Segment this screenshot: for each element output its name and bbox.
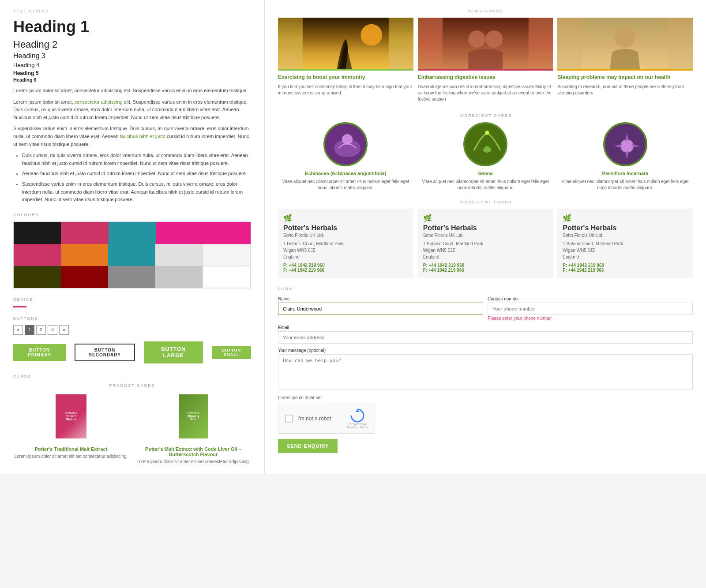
product-card-2-desc: Lorem ipsum dolor sit amet elit set cons… [135,459,251,465]
link-consectetur[interactable]: consectetur adipiscing [75,99,123,105]
ingredient-name-3: Passiflora Incarnata [557,171,693,176]
news-card-1-desc: If you find yourself constantly falling … [278,84,413,96]
email-input[interactable] [278,331,693,344]
product-card-1-img: Potter'sCatarrhMixture [53,394,89,443]
next-page-button[interactable]: » [59,325,69,335]
form-note: Lorem ipsum dolar set [278,395,693,400]
svg-point-1 [361,24,382,46]
contact-sub-2: Soho Flordis UK Ltd. [423,233,548,238]
colours-label: COLOURS [13,213,251,217]
contact-sub-3: Soho Flordis UK Ltd. [563,233,687,238]
contact-error-msg: Please enter your phone number [488,316,693,321]
contact-brand-2: Potter's Herbals [423,224,548,232]
news-card-2-title: Embarrassing digestive issues [418,74,553,81]
recaptcha-checkbox[interactable] [285,415,293,423]
news-image-svg-2 [418,18,553,69]
email-label: Email [278,325,693,330]
buttons-section: BUTTONS « 1 2 3 » BUTTON PRIMARY BUTTON … [13,316,251,363]
large-button[interactable]: BUTTON LARGE [144,341,203,363]
small-button[interactable]: BUTTON SMALL [212,346,251,359]
recaptcha-icon [350,408,364,423]
bullet-item-1: Duis cursus, mi quis viverra ornare, ero… [22,152,251,167]
recaptcha-box[interactable]: I'm not a robot reCAPTCHAPrivacy · Terms [278,404,375,434]
news-card-2-desc: Overindulgence can result in embarrassin… [418,84,553,102]
svg-point-13 [620,139,634,153]
colour-row-3 [14,266,251,288]
heading2: Heading 2 [13,39,251,50]
contact-fax-3: F: +44 1942 219 966 [563,268,687,273]
link-faucibus[interactable]: faucibus nibh et justo [120,134,165,139]
primary-button[interactable]: BUTTON PRIMARY [13,344,66,361]
ingredient-circle-3 [603,122,647,166]
news-card-2[interactable]: Embarrassing digestive issues Overindulg… [418,18,553,102]
recaptcha-brand: reCAPTCHAPrivacy · Terms [347,423,368,429]
svg-point-9 [342,134,353,145]
swatch-dark-red [61,266,108,288]
message-label: Your message (optional) [278,348,693,353]
product-cards-grid: Potter'sCatarrhMixture Potter's Traditio… [13,394,251,465]
contact-card-3: 🌿 Potter's Herbals Soho Flordis UK Ltd. … [557,209,693,278]
button-row: BUTTON PRIMARY BUTTON SECONDARY BUTTON L… [13,341,251,363]
contact-field-wrapper: Contact number Please enter your phone n… [488,296,693,321]
page-1-button[interactable]: 1 [25,325,34,335]
body-text-2: Lorem ipsum dolor sit amet, consectetur … [13,98,251,122]
name-input[interactable] [278,303,483,315]
news-grid: Exercising to boost your immunity If you… [278,18,693,102]
ingredient-circle-2 [463,122,507,166]
ingredient-desc-3: Vitae aliquet nec ullamcorper sit amet r… [557,179,693,191]
secondary-button[interactable]: BUTTON SECONDARY [75,344,135,361]
device-section: DEVICE [13,297,251,307]
form-name-contact-row: Name Contact number Please enter your ph… [278,296,693,321]
swatch-magenta [156,222,203,244]
swatch-dark-green [14,266,61,288]
contact-input[interactable] [488,303,693,315]
send-enquiry-button[interactable]: SEND ENQUIRY [278,439,338,453]
swatch-crimson [14,244,61,266]
news-card-3-desc: According to research, one out of three … [557,84,693,96]
svg-point-10 [465,124,507,166]
product-card-1-desc: Lorem ipsum dolor sit amet elit set cons… [13,453,129,460]
page-2-button[interactable]: 2 [36,325,46,335]
page-3-button[interactable]: 3 [48,325,57,335]
swatch-black [14,222,61,244]
left-panel: TEXT STYLES Heading 1 Heading 2 Heading … [0,0,265,474]
email-field-wrapper: Email [278,325,693,344]
contact-addr-1: 1 Botanic Court, Martland Park Wigan WN5… [283,240,408,260]
swatch-hot-pink [203,222,251,244]
heading1: Heading 1 [13,18,251,36]
swatch-near-white [203,244,251,266]
news-cards-label: NEWS CARDS [278,9,693,13]
heading4: Heading 4 [13,62,251,68]
news-card-3[interactable]: Sleeping problems may impact on our heal… [557,18,693,102]
ingredient-desc-2: Vitae aliquet nec ullamcorper sit amet r… [418,179,553,191]
heading6: Heading 6 [13,77,251,82]
product-card-1[interactable]: Potter'sCatarrhMixture Potter's Traditio… [13,394,129,465]
svg-point-3 [468,30,485,48]
name-label: Name [278,296,483,301]
ingredient-card-2[interactable]: Senna Vitae aliquet nec ullamcorper sit … [418,122,553,191]
swatch-pink [61,222,108,244]
name-field-wrapper: Name [278,296,483,321]
swatch-white [203,266,251,288]
contact-addr-3: 1 Botanic Court, Martland Park Wigan WN5… [563,240,687,260]
heading3: Heading 3 [13,52,251,60]
contact-brand-1: Potter's Herbals [283,224,408,232]
colour-row-1 [14,222,251,244]
contact-leaf-1: 🌿 [283,214,408,222]
contact-card-2: 🌿 Potter's Herbals Soho Flordis UK Ltd. … [418,209,553,278]
product-card-2[interactable]: Potter'sSlipperyElm Potter's Malt Extrac… [135,394,251,465]
svg-point-11 [485,131,489,135]
prev-page-button[interactable]: « [13,325,23,335]
ingredient-circle-1 [323,122,368,166]
ingredient-cards-label-2: INGREDIENT CARDS [278,200,693,204]
contact-leaf-2: 🌿 [423,214,548,222]
svg-point-4 [485,30,503,48]
message-textarea[interactable] [278,354,693,390]
contact-phone-1: P: +44 1942 219 960 [283,263,408,268]
ingredient-card-1[interactable]: Echinacea (Echinacea angustifolia) Vitae… [278,122,413,191]
ingredient-card-3[interactable]: Passiflora Incarnata Vitae aliquet nec u… [557,122,693,191]
cards-section: CARDS PRODUCT CARDS Potter'sCatarrhMixtu… [13,375,251,465]
bullet-list: Duis cursus, mi quis viverra ornare, ero… [22,152,251,204]
news-card-1[interactable]: Exercising to boost your immunity If you… [278,18,413,102]
news-card-1-title: Exercising to boost your immunity [278,74,413,81]
